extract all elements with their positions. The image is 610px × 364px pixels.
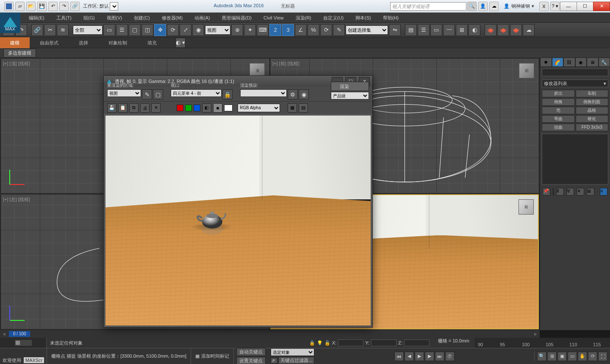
enable-green-icon[interactable] xyxy=(185,105,192,111)
menu-edit[interactable]: 编辑(E) xyxy=(23,13,50,23)
mod-lathe[interactable]: 车削 xyxy=(576,90,609,97)
mod-shell[interactable]: 壳 xyxy=(542,107,575,114)
selection-filter[interactable]: 全部 xyxy=(73,25,103,35)
script-mini-listener[interactable] xyxy=(2,350,44,357)
menu-maxscript[interactable]: 脚本(S) xyxy=(349,13,377,23)
remove-mod-icon[interactable]: ✕ xyxy=(577,188,584,196)
save-icon[interactable]: 💾 xyxy=(37,2,47,11)
mod-bevel[interactable]: 倒角 xyxy=(542,98,575,106)
search-input[interactable]: 链入关键字或短语 xyxy=(390,2,466,11)
viewcube-front[interactable]: 前 xyxy=(519,63,534,78)
set-key-button[interactable]: 设置关键点 xyxy=(236,357,266,364)
viewport-select[interactable]: 四元菜单 4 - 前 xyxy=(171,89,222,97)
open-icon[interactable]: 📂 xyxy=(26,2,36,11)
render-production-button[interactable]: 🫖 xyxy=(510,24,522,36)
unlink-button[interactable]: ✂ xyxy=(44,24,56,36)
zoom-extents-icon[interactable]: ▣ xyxy=(557,352,567,361)
manip-button[interactable]: ✦ xyxy=(244,24,256,36)
mod-bevelprofile[interactable]: 倒角剖面 xyxy=(576,98,609,106)
render-online-button[interactable]: ☁ xyxy=(523,24,535,36)
clear-icon[interactable]: ✕ xyxy=(151,103,161,113)
placement-button[interactable]: ◉ xyxy=(192,24,204,36)
next-frame-icon[interactable]: ▶ xyxy=(425,352,434,361)
coord-z-input[interactable] xyxy=(404,339,430,346)
close-button[interactable]: ✕ xyxy=(593,2,610,11)
app-menu-icon[interactable] xyxy=(4,2,14,11)
signin-icon[interactable]: 👤 xyxy=(478,2,488,11)
viewcube-persp[interactable]: 前 xyxy=(518,199,534,215)
zoom-region-icon[interactable]: ▭ xyxy=(568,352,577,361)
spinner-snap-button[interactable]: ⟳ xyxy=(320,24,332,36)
bind-button[interactable]: ≋ xyxy=(57,24,69,36)
isolate-icon[interactable]: 💡 xyxy=(317,340,323,346)
render-frame-button[interactable]: 🫖 xyxy=(497,24,509,36)
save-image-icon[interactable]: 💾 xyxy=(107,103,116,113)
clone-frame-icon[interactable]: ⧉ xyxy=(129,103,139,113)
minimize-button[interactable]: — xyxy=(560,2,577,11)
scale-button[interactable]: ⤢ xyxy=(180,24,191,36)
rect-region-button[interactable]: ▢ xyxy=(129,24,141,36)
time-slider[interactable]: ◄ 0 / 100 ► xyxy=(0,330,540,338)
ribbon-tab-modeling[interactable]: 建模 xyxy=(0,37,30,48)
link-icon[interactable]: 🔗 xyxy=(70,2,80,11)
key-mode-icon[interactable]: ↗ xyxy=(271,358,277,364)
auto-region-icon[interactable]: ▢ xyxy=(153,89,163,99)
copy-image-icon[interactable]: 📋 xyxy=(118,103,128,113)
layers-button[interactable]: ☰ xyxy=(418,24,430,36)
alpha-icon[interactable]: ◐ xyxy=(202,103,211,113)
menu-rendering[interactable]: 渲染(R) xyxy=(290,13,317,23)
mod-extrude[interactable]: 挤出 xyxy=(542,90,575,97)
panel-modify-icon[interactable]: 🌈 xyxy=(552,58,564,67)
cloud-icon[interactable]: ☁ xyxy=(489,2,499,11)
maximize-button[interactable]: ☐ xyxy=(577,2,593,11)
rotate-button[interactable]: ⟳ xyxy=(167,24,179,36)
bg-color-swatch[interactable] xyxy=(224,105,233,111)
object-name-input[interactable] xyxy=(542,69,608,76)
keyboard-button[interactable]: ⌨ xyxy=(257,24,269,36)
mod-lattice[interactable]: 晶格 xyxy=(576,107,609,114)
time-tag-icon[interactable]: ▦ xyxy=(195,353,200,359)
move-button[interactable]: ✥ xyxy=(154,24,166,36)
environment-icon[interactable]: ◉ xyxy=(299,89,309,99)
maximize-viewport-icon[interactable]: ⛶ xyxy=(598,352,607,361)
menu-customize[interactable]: 自定义(U) xyxy=(317,13,349,23)
render-button[interactable]: 渲染 xyxy=(331,82,369,91)
search-go-icon[interactable]: 🔍 xyxy=(467,2,477,11)
enable-red-icon[interactable] xyxy=(177,105,183,111)
ribbon-toggle-icon[interactable]: ◐ ▾ xyxy=(175,38,186,48)
ribbon-tab-selection[interactable]: 选择 xyxy=(69,37,98,48)
area-select[interactable]: 视图 xyxy=(107,89,141,97)
pin-stack-icon[interactable]: 📌 xyxy=(543,188,550,196)
goto-end-icon[interactable]: ⏭ xyxy=(435,352,444,361)
mirror-button[interactable]: ⇋ xyxy=(389,24,401,36)
play-icon[interactable]: ▶ xyxy=(415,352,424,361)
orbit-icon[interactable]: ⟳ xyxy=(588,352,597,361)
snap2d-button[interactable]: 2 xyxy=(269,24,281,36)
print-icon[interactable]: 🖨 xyxy=(140,103,150,113)
edit-named-sel-button[interactable]: ✎ xyxy=(333,24,345,36)
window-crossing-button[interactable]: ◫ xyxy=(141,24,153,36)
zoom-all-icon[interactable]: ⊞ xyxy=(547,352,557,361)
key-target-select[interactable]: 选定对象 xyxy=(271,348,314,356)
render-canvas[interactable] xyxy=(105,116,371,325)
menu-group[interactable]: 组(G) xyxy=(78,13,101,23)
material-editor-button[interactable]: ◐ xyxy=(469,24,480,36)
mod-bend[interactable]: 弯曲 xyxy=(542,115,575,123)
lock-viewport-icon[interactable]: 🔒 xyxy=(222,89,233,99)
menu-tools[interactable]: 工具(T) xyxy=(50,13,78,23)
poly-modeling-button[interactable]: 多边形建模 xyxy=(3,49,36,58)
workspace-select[interactable] xyxy=(110,2,118,11)
percent-snap-button[interactable]: % xyxy=(308,24,319,36)
schematic-button[interactable]: ⊞ xyxy=(456,24,468,36)
auto-key-button[interactable]: 自动关键点 xyxy=(236,348,266,356)
prev-frame-icon[interactable]: ◀ xyxy=(405,352,414,361)
named-sel-select[interactable]: 创建选择集 xyxy=(346,25,388,35)
menu-views[interactable]: 视图(V) xyxy=(101,13,128,23)
show-result-icon[interactable]: Ⅱ xyxy=(556,188,564,196)
maxscript-label[interactable]: MAXScr xyxy=(24,357,44,363)
angle-snap-button[interactable]: ∠ xyxy=(295,24,307,36)
mod-ffd[interactable]: FFD 3x3x3 xyxy=(576,124,609,131)
panel-motion-icon[interactable]: ◉ xyxy=(575,58,587,67)
add-time-tag[interactable]: 添加时间标记 xyxy=(201,353,229,359)
menu-animation[interactable]: 动画(A) xyxy=(189,13,216,23)
